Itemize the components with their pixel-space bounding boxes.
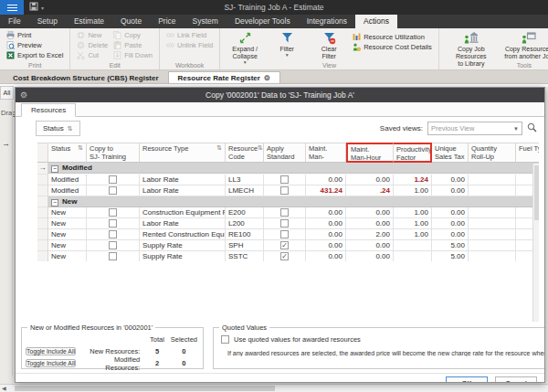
menu-tab-system[interactable]: System [184, 15, 227, 28]
copy-resources-from-another-job-button[interactable]: Copy Resources from another Job [500, 30, 548, 60]
cell-tax[interactable] [264, 185, 306, 196]
cut-button[interactable]: Cut [74, 50, 111, 60]
app-menu-button[interactable] [0, 0, 24, 15]
checkbox[interactable] [109, 219, 117, 228]
cell-copy[interactable] [87, 218, 140, 229]
unlink-field-label: Unlink Field [177, 41, 213, 49]
grid-row-sph[interactable]: NewSupply RateSPH✓0.000.005.00 [37, 240, 539, 251]
group-row-modified[interactable]: →−Modified [37, 163, 539, 175]
grid-row-l200[interactable]: NewLabor RateL2000.000.001.000.00 [37, 218, 539, 229]
group-by-status-chip[interactable]: Status ⇅ [36, 121, 80, 136]
copy-job-resources-to-library-button[interactable]: Copy Job Resources to Library [443, 30, 500, 60]
checkbox[interactable]: ✓ [280, 241, 289, 249]
dialog-gear-icon[interactable]: ⚙ [20, 90, 27, 100]
checkbox[interactable] [109, 241, 117, 249]
save-icon[interactable] [29, 2, 38, 13]
checkbox[interactable] [280, 208, 289, 217]
grid-row-lmech[interactable]: ModifiedLabor RateLMECH431.24.241.000.00 [37, 185, 539, 196]
cell-tax[interactable] [264, 218, 306, 229]
column-header-ust[interactable]: UniqueSales Tax [432, 143, 469, 163]
checkbox[interactable] [280, 230, 289, 238]
column-header-tax[interactable]: ApplyStandard Tax [264, 143, 306, 163]
column-header-status[interactable]: Status⇅ [48, 143, 87, 163]
menu-tab-actions[interactable]: Actions [355, 15, 397, 28]
ok-button[interactable]: OK [446, 376, 488, 382]
tab-resource-rate-register[interactable]: Resource Rate Register ⚙ [168, 71, 280, 83]
fill-down-button[interactable]: Fill Down [111, 50, 155, 60]
cell-tax[interactable]: ✓ [264, 240, 306, 251]
cell-tax[interactable] [264, 175, 306, 185]
collapse-icon[interactable]: − [51, 165, 58, 173]
grid-row-ll3[interactable]: ModifiedLabor RateLL30.000.001.240.00 [37, 175, 539, 185]
preview-button[interactable]: Preview [4, 40, 66, 50]
tab-gear-icon[interactable]: ⚙ [264, 74, 270, 82]
tab-cbs-register[interactable]: Cost Breakdown Structure (CBS) Register [4, 72, 168, 83]
checkbox[interactable] [280, 186, 289, 195]
cell-ust: 0.00 [432, 207, 469, 218]
tab-resources[interactable]: Resources [21, 103, 76, 117]
scroll-left-arrow-icon[interactable]: ◀ [2, 386, 6, 392]
grid-row-re100[interactable]: NewRented Construction Equipment RateRE1… [37, 229, 539, 240]
group-row-new[interactable]: −New [37, 196, 539, 207]
column-header-code[interactable]: ResourceCode⇅ [226, 143, 264, 163]
saved-views-select[interactable]: Previous View ▼ [427, 122, 522, 135]
menu-tab-developer-tools[interactable]: Developer Tools [227, 15, 299, 28]
link-field-button[interactable]: Link Field [163, 30, 216, 40]
checkbox[interactable] [109, 230, 117, 238]
checkbox[interactable] [109, 252, 117, 260]
menu-tab-estimate[interactable]: Estimate [66, 15, 112, 28]
new-button[interactable]: New [74, 30, 111, 40]
checkbox[interactable] [280, 175, 289, 184]
toggle-include-all-button[interactable]: Toggle Include All [26, 359, 76, 367]
checkbox[interactable] [109, 208, 117, 217]
background-select-all-cell[interactable]: All [0, 86, 14, 100]
cell-copy[interactable] [87, 175, 140, 185]
clear-filter-button[interactable]: Clear Filter [308, 30, 350, 60]
qat-dropdown-icon[interactable]: ▾ [41, 5, 44, 11]
print-button[interactable]: Print [4, 30, 66, 40]
column-header-rtype[interactable]: Resource Type⇅ [140, 143, 226, 163]
cell-copy[interactable] [87, 185, 140, 196]
paste-button[interactable]: Paste [111, 40, 155, 50]
collapse-icon[interactable]: − [51, 199, 58, 207]
column-header-qru[interactable]: Quantity Roll-UpCode [469, 143, 516, 163]
cell-copy[interactable] [87, 207, 140, 218]
grid-vertical-scrollbar[interactable] [532, 164, 539, 322]
toggle-include-all-button[interactable]: Toggle Include All [26, 347, 76, 355]
menu-tab-setup[interactable]: Setup [29, 15, 66, 28]
cell-tax[interactable] [264, 229, 306, 240]
expand-collapse-button[interactable]: Expand / Collapse▼ [224, 30, 266, 60]
copy-label: Copy [124, 31, 141, 39]
grid-row-e200[interactable]: NewConstruction Equipment RateE2000.000.… [37, 207, 539, 218]
grid-scrollbar-thumb[interactable] [534, 165, 539, 220]
resource-cost-details-button[interactable]: Resource Cost Details [350, 42, 435, 52]
resource-utilization-button[interactable]: Resource Utilization [350, 32, 435, 42]
menu-tab-quote[interactable]: Quote [112, 15, 150, 28]
cell-copy[interactable] [87, 229, 140, 240]
resource-utilization-label: Resource Utilization [364, 33, 425, 41]
checkbox[interactable]: ✓ [280, 252, 289, 260]
cell-tax[interactable] [264, 207, 306, 218]
column-header-mh[interactable]: Maint.Man-Hours [306, 143, 346, 163]
column-header-pf[interactable]: ProductivityFactor [394, 143, 432, 163]
delete-button[interactable]: Delete [74, 40, 111, 50]
menu-tab-integrations[interactable]: Integrations [299, 15, 355, 28]
column-header-mhf[interactable]: Maint.Man-Hour Factor [346, 143, 394, 163]
cancel-button[interactable]: Cancel [495, 376, 537, 382]
use-quoted-values-checkbox[interactable] [221, 335, 229, 344]
unlink-field-button[interactable]: Unlink Field [163, 40, 216, 50]
cell-copy[interactable] [87, 240, 140, 251]
menu-tab-price[interactable]: Price [150, 15, 184, 28]
checkbox[interactable] [109, 186, 117, 195]
scrollbar-thumb[interactable] [15, 386, 275, 391]
search-view-icon[interactable] [527, 122, 537, 134]
checkbox[interactable] [109, 175, 117, 184]
checkbox[interactable] [280, 219, 289, 228]
column-header-fuel[interactable]: Fuel Type [516, 143, 539, 163]
copy-button[interactable]: Copy [111, 30, 155, 40]
column-header-copy[interactable]: Copy toSJ- Training Job A [87, 143, 140, 163]
filter-button[interactable]: Filter▼ [266, 30, 308, 60]
export-to-excel-button[interactable]: Export to Excel [4, 50, 66, 60]
menu-tab-file[interactable]: File [0, 15, 29, 28]
horizontal-scrollbar[interactable]: ◀ [0, 384, 548, 392]
